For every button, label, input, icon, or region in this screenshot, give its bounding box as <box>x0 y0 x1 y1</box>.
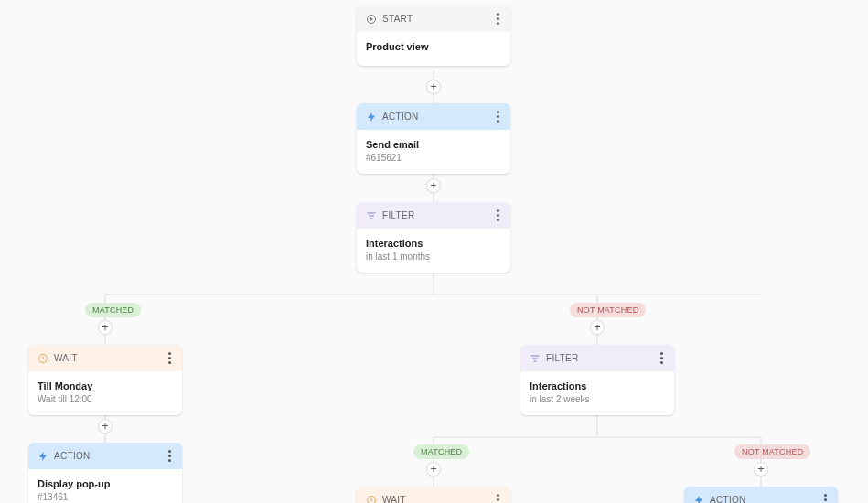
node-title: Interactions <box>530 380 665 391</box>
node-filter-header: FILTER <box>357 202 510 229</box>
node-type-label: WAIT <box>382 495 406 503</box>
node-type-label: START <box>382 14 413 24</box>
node-subtitle: Wait till 12:00 <box>38 394 173 404</box>
filter-icon <box>530 353 541 364</box>
node-start-header: START <box>357 5 510 32</box>
node-menu-button[interactable] <box>495 11 501 27</box>
node-title: Till Monday <box>38 380 173 391</box>
node-wait-header: WAIT <box>28 345 182 371</box>
node-start[interactable]: START Product view <box>357 5 510 66</box>
clock-icon <box>38 353 48 364</box>
bolt-icon <box>38 451 48 462</box>
not-matched-badge: NOT MATCHED <box>570 303 646 317</box>
filter-icon <box>366 210 377 221</box>
node-wait-monday[interactable]: WAIT Till Monday Wait till 12:00 <box>28 345 182 415</box>
node-filter-interactions[interactable]: FILTER Interactions in last 1 months <box>357 202 510 273</box>
matched-badge: MATCHED <box>413 444 469 459</box>
node-filter-interactions-2[interactable]: FILTER Interactions in last 2 weeks <box>520 345 674 415</box>
add-node-button[interactable]: + <box>426 178 441 193</box>
node-type-label: ACTION <box>382 112 419 122</box>
node-subtitle: in last 1 months <box>366 252 501 262</box>
node-action-header: ACTION <box>357 103 510 130</box>
bolt-icon <box>366 112 377 123</box>
add-node-button[interactable]: + <box>426 80 441 94</box>
node-menu-button[interactable] <box>166 350 173 366</box>
add-node-button[interactable]: + <box>754 462 768 476</box>
node-wait-2[interactable]: WAIT <box>357 487 510 503</box>
node-menu-button[interactable] <box>495 492 501 503</box>
node-menu-button[interactable] <box>822 492 829 503</box>
node-action-header: ACTION <box>28 443 182 469</box>
add-node-button[interactable]: + <box>426 462 441 476</box>
play-circle-icon <box>366 14 377 25</box>
node-subtitle: in last 2 weeks <box>530 394 665 404</box>
node-type-label: FILTER <box>546 353 579 363</box>
add-node-button[interactable]: + <box>98 419 113 433</box>
node-menu-button[interactable] <box>659 350 665 366</box>
node-title: Interactions <box>366 238 501 249</box>
node-menu-button[interactable] <box>495 208 501 223</box>
node-action-header: ACTION <box>684 487 838 503</box>
node-menu-button[interactable] <box>495 109 501 124</box>
node-title: Product view <box>366 41 501 52</box>
matched-badge: MATCHED <box>85 303 141 317</box>
node-action-3[interactable]: ACTION <box>684 487 838 503</box>
not-matched-badge: NOT MATCHED <box>734 444 810 459</box>
bolt-icon <box>693 495 704 504</box>
node-action-popup[interactable]: ACTION Display pop-up #13461 <box>28 443 182 503</box>
node-title: Send email <box>366 139 501 150</box>
node-title: Display pop-up <box>38 478 173 489</box>
node-menu-button[interactable] <box>166 448 173 464</box>
node-type-label: FILTER <box>382 210 415 220</box>
node-wait-header: WAIT <box>357 487 510 503</box>
add-node-button[interactable]: + <box>98 320 113 335</box>
node-type-label: WAIT <box>54 353 78 363</box>
node-subtitle: #13461 <box>38 492 173 502</box>
node-action-send-email[interactable]: ACTION Send email #615621 <box>357 103 510 174</box>
node-type-label: ACTION <box>710 495 746 503</box>
node-subtitle: #615621 <box>366 153 501 163</box>
node-type-label: ACTION <box>54 451 91 461</box>
node-filter-header: FILTER <box>520 345 674 371</box>
svg-marker-12 <box>370 17 373 21</box>
clock-icon <box>366 495 377 504</box>
add-node-button[interactable]: + <box>590 320 605 335</box>
